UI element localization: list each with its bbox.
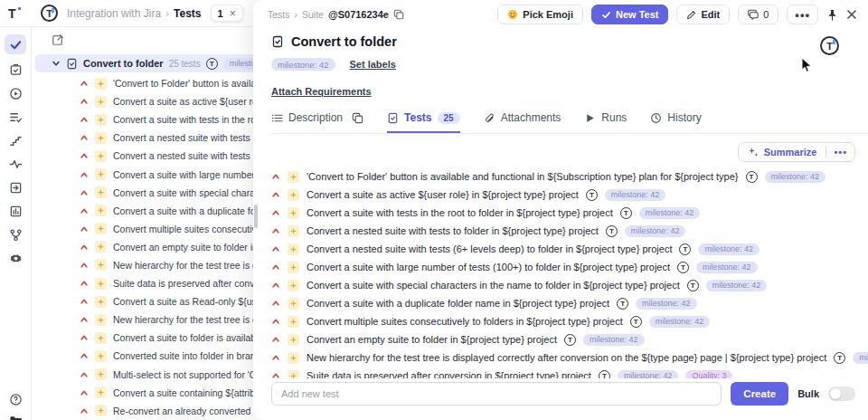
drawer-header: Tests › Suite @S0716234e Pick Emoji New … (253, 0, 868, 29)
manual-test-icon (288, 225, 299, 237)
test-row[interactable]: 'Convert to Folder' button is available … (271, 167, 855, 186)
manual-test-icon (95, 78, 107, 90)
tab-history[interactable]: History (650, 111, 701, 133)
manual-test-icon (288, 352, 299, 364)
summarize-more-button[interactable]: ••• (826, 147, 854, 158)
milestone-badge: milestone: 42 (698, 243, 760, 255)
testomat-badge-icon: T (834, 352, 845, 364)
project-logo-icon[interactable]: T (41, 5, 58, 22)
priority-high-icon (80, 370, 89, 379)
tab-tests[interactable]: Tests 25 (387, 111, 460, 133)
test-title[interactable]: Convert a suite with special characters … (307, 280, 680, 291)
copy-id-icon[interactable] (393, 9, 404, 20)
close-drawer-icon[interactable] (846, 9, 857, 20)
more-actions-button[interactable]: ••• (787, 5, 818, 24)
rail-branch-icon[interactable] (5, 224, 26, 244)
test-title[interactable]: Convert a suite with a duplicate folder … (307, 298, 609, 309)
manual-test-icon (288, 171, 299, 183)
drawer-breadcrumb: Tests › Suite @S0716234e (268, 9, 404, 20)
test-row[interactable]: Convert multiple suites consecutively to… (271, 312, 855, 330)
test-row[interactable]: New hierarchy for the test tree is displ… (271, 348, 855, 367)
edit-button[interactable]: Edit (676, 5, 730, 24)
suite-id[interactable]: @S0716234e (328, 9, 389, 20)
manual-test-icon (95, 296, 107, 308)
rail-tests-icon[interactable] (5, 34, 26, 54)
selection-pill[interactable]: 1 × (211, 5, 243, 22)
test-title[interactable]: Convert a suite with large number of tes… (307, 262, 670, 272)
test-row[interactable]: Convert a suite with special characters … (271, 276, 855, 294)
testomat-badge-icon: T (586, 189, 598, 201)
manual-test-icon (288, 262, 299, 273)
watermark-logo-icon: T (820, 36, 839, 55)
chevron-down-icon[interactable] (52, 59, 61, 68)
drawer-breadcrumb-section[interactable]: Tests (268, 9, 290, 20)
rail-help-icon[interactable] (5, 389, 26, 409)
new-test-button[interactable]: New Test (591, 5, 668, 24)
priority-high-icon (271, 299, 280, 308)
milestone-badge: milestone: 42 (706, 280, 768, 291)
testomat-badge-icon: T (687, 280, 699, 291)
rail-clipboard-icon[interactable] (5, 60, 26, 80)
test-row[interactable]: Convert a suite with tests in the root t… (271, 204, 855, 222)
manual-test-icon (288, 280, 299, 291)
tree-test-title: Convert a suite containing ${attributes} (113, 387, 276, 398)
manual-test-icon (95, 205, 107, 216)
set-labels-link[interactable]: Set labels (350, 59, 396, 70)
test-title[interactable]: Convert a nested suite with tests to fol… (307, 225, 599, 236)
tab-runs[interactable]: Runs (584, 111, 627, 133)
testomat-badge-icon: T (677, 262, 689, 273)
list-icon (271, 112, 283, 124)
breadcrumb-section[interactable]: Tests (174, 7, 201, 20)
add-test-input[interactable] (271, 382, 722, 406)
tab-attachments[interactable]: Attachments (484, 111, 561, 133)
comments-button[interactable]: 0 (738, 5, 778, 24)
rail-chart-box-icon[interactable] (5, 201, 26, 221)
milestone-badge: milestone: 42 (625, 225, 686, 237)
testomat-badge-icon: T (206, 58, 218, 70)
test-title[interactable]: Convert a suite as active ${user role} i… (307, 189, 579, 200)
summarize-button[interactable]: Summarize (739, 147, 826, 158)
rail-list-check-icon[interactable] (5, 107, 26, 127)
test-title[interactable]: Convert an empty suite to folder in ${pr… (307, 334, 557, 345)
test-row[interactable]: Convert a nested suite with tests (6+ le… (271, 240, 855, 258)
priority-high-icon (80, 151, 89, 160)
rail-gear-icon[interactable] (5, 248, 26, 268)
test-row[interactable]: Convert a nested suite with tests to fol… (271, 222, 855, 240)
test-title[interactable]: 'Convert to Folder' button is available … (307, 171, 739, 182)
rail-play-circle-icon[interactable] (5, 83, 26, 103)
suite-name[interactable]: Convert to folder (83, 58, 164, 69)
rail-folder-icon[interactable] (5, 411, 26, 420)
copy-description-icon[interactable] (352, 112, 363, 124)
scrollbar-thumb[interactable] (254, 205, 258, 228)
test-title[interactable]: Convert a nested suite with tests (6+ le… (307, 243, 672, 254)
create-button[interactable]: Create (731, 382, 788, 406)
rail-pulse-icon[interactable] (5, 154, 26, 174)
tab-description[interactable]: Description (271, 111, 363, 133)
test-row[interactable]: Convert a suite with large number of tes… (271, 258, 855, 276)
attach-requirements-link[interactable]: Attach Requirements (271, 86, 372, 97)
breadcrumb-project[interactable]: Integration with Jira (67, 7, 161, 20)
milestone-badge[interactable]: milestone: 42 (271, 58, 335, 71)
test-row[interactable]: Convert a suite as active ${user role} i… (271, 186, 855, 204)
test-row[interactable]: Convert an empty suite to folder in ${pr… (271, 330, 855, 348)
priority-high-icon (271, 172, 280, 181)
priority-high-icon (80, 297, 89, 306)
manual-test-icon (95, 241, 107, 253)
bulk-edit-icon[interactable] (52, 33, 64, 46)
rail-import-box-icon[interactable] (5, 177, 26, 197)
test-row[interactable]: Convert a suite with a duplicate folder … (271, 294, 855, 312)
test-title[interactable]: Convert multiple suites consecutively to… (307, 316, 623, 327)
rail-steps-icon[interactable] (5, 130, 26, 150)
clear-selection-icon[interactable]: × (230, 7, 236, 20)
pick-emoji-button[interactable]: Pick Emoji (497, 5, 583, 24)
bulk-toggle[interactable] (828, 387, 855, 401)
emoji-icon (507, 9, 518, 20)
selection-count: 1 (218, 8, 223, 19)
pencil-icon (686, 10, 696, 20)
testomat-badge-icon: T (606, 225, 618, 237)
pin-icon[interactable] (826, 9, 838, 21)
manual-test-icon (95, 223, 107, 234)
test-title[interactable]: Convert a suite with tests in the root t… (307, 207, 613, 218)
test-title[interactable]: New hierarchy for the test tree is displ… (307, 352, 826, 363)
priority-high-icon (271, 317, 280, 326)
